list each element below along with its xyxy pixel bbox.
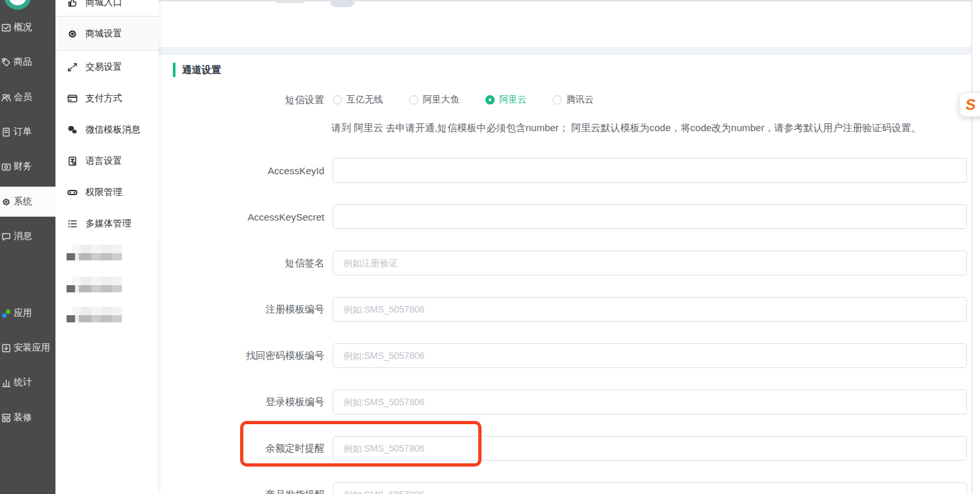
app-logo: [4, 0, 31, 10]
radio-huyi-wireless[interactable]: 互亿无线: [333, 94, 383, 106]
stats-icon: [1, 378, 11, 388]
balance-reminder-template-input[interactable]: [333, 436, 967, 461]
sidebar-item-label: 系统: [14, 196, 32, 208]
radio-circle-icon: [553, 95, 562, 104]
sidebar-item-install-apps[interactable]: 安装应用: [0, 333, 55, 363]
panel-divider: [159, 47, 972, 55]
section-accent-bar: [173, 63, 176, 77]
form-row-password-recovery-template: 找回密码模板编号: [159, 343, 972, 368]
sidebar-item-label: 统计: [14, 377, 32, 388]
apps-icon: [1, 309, 11, 318]
censored-submenu-item[interactable]: [67, 277, 122, 292]
accesskeyid-input[interactable]: [333, 158, 967, 183]
shipping-reminder-template-input[interactable]: [333, 482, 967, 494]
radio-label: 阿里大鱼: [423, 94, 459, 106]
field-label: AccessKeySecret: [159, 211, 324, 223]
register-template-input[interactable]: [333, 297, 967, 322]
radio-ali-dayu[interactable]: 阿里大鱼: [409, 94, 459, 106]
field-label: 登录模板编号: [159, 396, 324, 409]
submenu-item-label: 支付方式: [85, 93, 122, 104]
sidebar-item-label: 安装应用: [14, 342, 50, 354]
form-row-register-template: 注册模板编号: [159, 297, 972, 322]
form-row-accesskeyid: AccessKeyId: [159, 158, 972, 183]
sidebar-item-label: 财务: [14, 161, 32, 172]
language-icon: [67, 156, 78, 166]
radio-circle-icon: [333, 95, 342, 104]
submenu-item-multimedia[interactable]: 多媒体管理: [55, 208, 159, 239]
radio-tencent-cloud[interactable]: 腾讯云: [553, 94, 594, 106]
wechat-bubbles-icon: [67, 125, 78, 135]
sms-signature-input[interactable]: [333, 251, 967, 275]
sms-settings-label: 短信设置: [159, 94, 324, 106]
section-title: 通道设置: [182, 64, 221, 76]
form-row-accesskeysecret: AccessKeySecret: [159, 204, 972, 229]
submenu-item-label: 权限管理: [85, 187, 122, 198]
sms-provider-row: 短信设置 互亿无线 阿里大鱼 阿里云 腾讯云: [159, 93, 972, 106]
credit-card-icon: [67, 93, 78, 104]
submenu-item-wechat-template[interactable]: 微信模板消息: [55, 114, 159, 146]
channel-settings-panel: 通道设置 短信设置 互亿无线 阿里大鱼 阿里云: [159, 55, 972, 494]
gamepad-icon: [67, 187, 78, 198]
submenu-item-permissions[interactable]: 权限管理: [55, 177, 159, 208]
radio-aliyun[interactable]: 阿里云: [485, 94, 527, 106]
sidebar-item-finance[interactable]: 财务: [0, 151, 55, 181]
sidebar-item-apps[interactable]: 应用: [0, 298, 55, 328]
form-row-balance-reminder: 余额定时提醒: [159, 436, 972, 461]
fitment-icon: [1, 413, 11, 423]
orders-icon: [1, 127, 11, 137]
system-gear-icon: [1, 197, 11, 207]
sidebar-item-system[interactable]: 系统: [0, 187, 55, 217]
sidebar-item-statistics[interactable]: 统计: [0, 367, 55, 397]
submenu-item-language-settings[interactable]: 语言设置: [55, 146, 159, 177]
submenu-item-label: 微信模板消息: [85, 124, 140, 136]
form-row-login-template: 登录模板编号: [159, 390, 972, 414]
sms-help-row: 请到 阿里云 去申请开通,短信模板中必须包含number； 阿里云默认模板为co…: [159, 122, 972, 134]
sidebar-item-fitment[interactable]: 装修: [0, 403, 55, 433]
field-label: 注册模板编号: [159, 303, 324, 316]
login-template-input[interactable]: [333, 390, 967, 414]
sidebar-item-label: 消息: [14, 230, 32, 242]
sidebar-item-label: 应用: [14, 307, 32, 319]
sidebar-item-label: 概况: [14, 22, 32, 33]
censored-submenu-item[interactable]: [67, 307, 122, 322]
page-right-gutter: [972, 0, 980, 494]
trade-arrows-icon: [67, 62, 78, 72]
radio-label: 互亿无线: [346, 94, 383, 106]
sms-provider-radio-group: 互亿无线 阿里大鱼 阿里云 腾讯云: [333, 94, 620, 106]
accesskeysecret-input[interactable]: [333, 204, 967, 229]
censored-submenu-item[interactable]: [67, 245, 122, 260]
form-row-sms-signature: 短信签名: [159, 251, 972, 275]
sidebar-item-label: 装修: [14, 412, 32, 424]
radio-label: 阿里云: [499, 94, 527, 106]
main-content: 通道设置 短信设置 互亿无线 阿里大鱼 阿里云: [159, 0, 972, 494]
members-icon: [1, 93, 11, 102]
primary-sidebar: 概况 商品 会员 订单 财务 系统 消息 应用 安装应用 统计 装修: [0, 0, 55, 494]
sidebar-item-members[interactable]: 会员: [0, 82, 55, 112]
radio-label: 腾讯云: [566, 94, 594, 106]
floating-brand-button[interactable]: S: [959, 93, 980, 117]
field-label: 余额定时提醒: [159, 442, 324, 455]
field-label: AccessKeyId: [159, 165, 324, 176]
sidebar-item-goods[interactable]: 商品: [0, 47, 55, 77]
toggle-switch-partial[interactable]: [330, 0, 355, 7]
radio-circle-icon: [409, 95, 418, 104]
sidebar-item-orders[interactable]: 订单: [0, 117, 55, 147]
submenu-item-trade-settings[interactable]: 交易设置: [55, 52, 159, 83]
thumb-entry-icon: [67, 0, 78, 8]
password-recovery-template-input[interactable]: [333, 343, 967, 368]
message-icon: [1, 232, 11, 241]
sidebar-item-messages[interactable]: 消息: [0, 221, 55, 251]
sidebar-item-overview[interactable]: 概况: [0, 12, 55, 42]
submenu-item-label: 商城设置: [85, 28, 122, 40]
settings-submenu: 商城入口 商城设置 交易设置 支付方式 微信模板消息 语言设置 权限管理 多媒体…: [55, 0, 159, 494]
sidebar-item-label: 订单: [14, 126, 32, 138]
radio-selected-icon: [485, 95, 495, 104]
submenu-item-mall-settings[interactable]: 商城设置: [55, 16, 159, 51]
previous-section-cutoff: [159, 0, 972, 47]
submenu-item-payment-methods[interactable]: 支付方式: [55, 83, 159, 114]
field-label: 找回密码模板编号: [159, 350, 324, 362]
goods-icon: [1, 57, 11, 67]
submenu-item-mall-entry[interactable]: 商城入口: [55, 0, 159, 16]
submenu-item-label: 多媒体管理: [85, 218, 131, 230]
gear-icon: [67, 29, 78, 39]
